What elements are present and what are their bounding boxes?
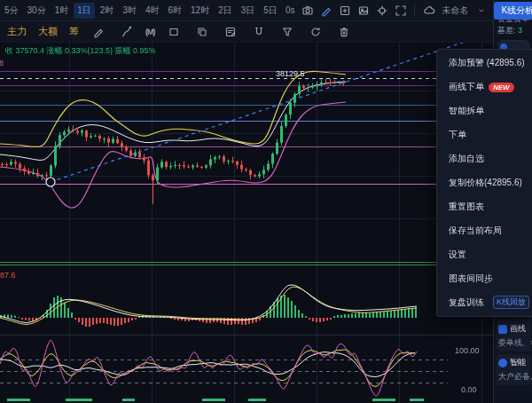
- trash-icon[interactable]: [337, 25, 352, 39]
- brush-tool-icon[interactable]: [119, 25, 134, 39]
- timeframe-5分[interactable]: 5分: [1, 3, 22, 19]
- stat-row-3: 基差: 3: [494, 25, 532, 36]
- edit-pencil-icon[interactable]: [318, 4, 333, 18]
- toolbar-right-group: 未命名 K线分析: [410, 2, 532, 20]
- menu-item-label: 下单: [449, 129, 466, 141]
- toggle-筹[interactable]: 筹: [69, 25, 79, 38]
- promo-card-1[interactable]: 画线委单线、×: [497, 320, 531, 352]
- camera-icon[interactable]: [300, 4, 315, 18]
- refresh-icon[interactable]: [309, 25, 324, 39]
- timeframe-4时[interactable]: 4时: [142, 3, 163, 19]
- promo-cards: 画线委单线、×智能大户必备,: [494, 318, 532, 388]
- timeframe-6时[interactable]: 6时: [165, 3, 186, 19]
- promo-card-2[interactable]: 智能大户必备,: [497, 354, 531, 385]
- menu-item-label: 重置图表: [449, 201, 484, 213]
- stat-value: 3: [516, 26, 523, 35]
- toggle-主力[interactable]: 主力: [7, 25, 27, 38]
- top-toolbar: 5分30分1时1日2时3时4时6时12时2日3日5日 0s 未命名 K线分析: [0, 0, 493, 21]
- left-partial-price: 8: [0, 59, 4, 67]
- trading-app: 5分30分1时1日2时3时4时6时12时2日3日5日 0s 未命名 K线分析 主…: [0, 0, 532, 403]
- menu-item-3[interactable]: 智能拆单: [437, 99, 532, 122]
- timeframe-list: 5分30分1时1日2时3时4时6时12时2日3日5日: [0, 3, 282, 19]
- menu-item-9[interactable]: 设置: [437, 243, 532, 266]
- axis-label-osc-low: 0.00: [461, 385, 477, 394]
- axis-label-osc-high: 100.00: [455, 346, 480, 355]
- menu-item-7[interactable]: 重置图表: [437, 195, 532, 218]
- chart-canvas[interactable]: [0, 43, 493, 403]
- menu-item-label: 画线下单: [449, 81, 484, 93]
- menu-item-4[interactable]: 下单: [437, 123, 532, 146]
- image-icon[interactable]: [356, 4, 371, 18]
- promo-title: 智能: [510, 357, 526, 368]
- promo-title: 画线: [510, 323, 526, 335]
- menu-item-label: 添加预警 (42895.6): [449, 57, 525, 69]
- promo-body: 大户必备,: [498, 371, 529, 383]
- menu-item-8[interactable]: 保存当前布局: [437, 219, 532, 242]
- filter-icon[interactable]: [280, 25, 295, 39]
- menu-item-label: 图表间同步: [449, 273, 493, 285]
- layout-name[interactable]: 未命名: [442, 4, 468, 17]
- timeframe-2日[interactable]: 2日: [215, 3, 236, 19]
- order-note-icon[interactable]: [223, 25, 239, 39]
- menu-item-6[interactable]: 复制价格(42895.6): [437, 171, 532, 194]
- timeframe-3时[interactable]: 3时: [119, 3, 140, 19]
- menu-item-10[interactable]: 图表间同步: [437, 267, 532, 290]
- add-panel-icon[interactable]: [337, 4, 352, 18]
- new-badge: NEW: [489, 83, 514, 92]
- menu-item-label: 智能拆单: [449, 105, 484, 117]
- stat-label: 基差:: [497, 26, 516, 35]
- timeframe-5日[interactable]: 5日: [260, 3, 281, 19]
- menu-item-label: 保存当前布局: [449, 225, 502, 237]
- menu-item-label: 添加自选: [449, 153, 484, 165]
- menu-item-1[interactable]: 添加预警 (42895.6): [437, 51, 532, 75]
- promo-icon: [498, 325, 507, 334]
- drawing-toolbar: 主力大额筹 (M): [0, 21, 493, 43]
- pencil-tool-icon[interactable]: [90, 25, 106, 39]
- menu-item-5[interactable]: 添加自选: [437, 147, 532, 170]
- promo-icon: [498, 359, 507, 367]
- context-menu: 添加预警 (42895.6)画线下单NEW智能拆单下单添加自选复制价格(4289…: [436, 49, 532, 317]
- wave-pattern-icon[interactable]: (M): [145, 28, 155, 36]
- timeframe-12时[interactable]: 12时: [187, 3, 213, 19]
- menu-item-label: 复制价格(42895.6): [449, 177, 522, 189]
- menu-item-2[interactable]: 画线下单NEW: [437, 75, 532, 99]
- menu-item-11[interactable]: 复盘训练K线回放: [437, 291, 532, 314]
- fullscreen-icon[interactable]: [393, 4, 408, 18]
- settings-icon[interactable]: [374, 4, 389, 18]
- timeframe-3日[interactable]: 3日: [238, 3, 259, 19]
- timeframe-2时[interactable]: 2时: [97, 3, 118, 19]
- kline-analysis-button[interactable]: K线分析: [494, 2, 532, 20]
- timeframe-30分[interactable]: 30分: [24, 3, 50, 19]
- menu-item-label: 设置: [449, 249, 466, 261]
- price-info: 收 37570.4 涨幅 0.33%(123.5) 振幅 0.95%: [5, 45, 156, 57]
- rectangle-tool-icon[interactable]: [167, 25, 182, 39]
- menu-item-label: 复盘训练: [449, 296, 484, 309]
- cloud-icon[interactable]: [421, 4, 436, 18]
- price-flag-label: 38129.5: [276, 69, 305, 78]
- timeframe-1时[interactable]: 1时: [51, 3, 73, 19]
- toggle-大额[interactable]: 大额: [38, 25, 58, 38]
- market-toggles: 主力大额筹: [7, 25, 79, 38]
- kline-replay-badge[interactable]: K线回放: [493, 296, 529, 309]
- chevron-down-icon[interactable]: [473, 4, 489, 18]
- promo-body: 委单线、×: [498, 337, 529, 349]
- macd-value-label: 87.6: [0, 271, 16, 280]
- magnet-icon[interactable]: [252, 25, 267, 39]
- toolbar-divider: [414, 4, 415, 17]
- replay-speed[interactable]: 0s: [286, 5, 295, 15]
- timeframe-1日[interactable]: 1日: [74, 3, 95, 19]
- copy-icon[interactable]: [195, 25, 210, 39]
